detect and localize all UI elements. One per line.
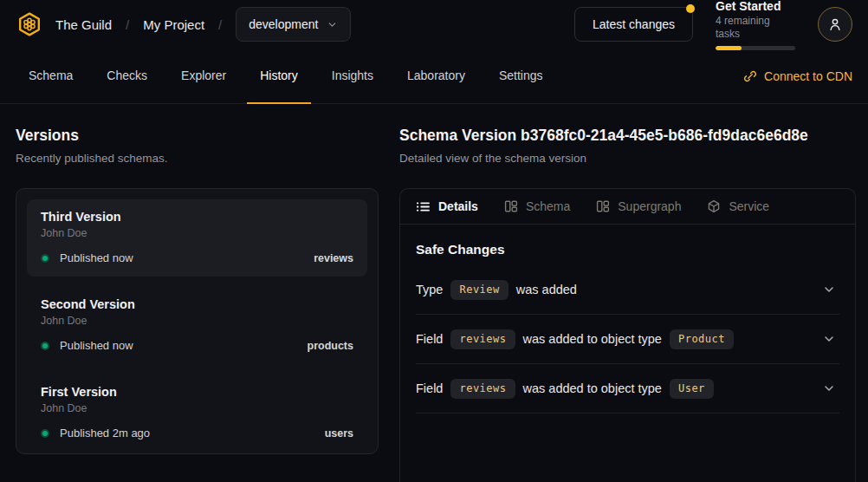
version-status: Published 2m ago xyxy=(60,427,150,440)
version-title: Third Version xyxy=(41,208,353,225)
versions-title: Versions xyxy=(16,127,379,145)
connect-cdn-link[interactable]: Connect to CDN xyxy=(743,49,852,103)
hive-logo-icon[interactable] xyxy=(16,10,43,38)
breadcrumb-project[interactable]: My Project xyxy=(143,17,204,32)
schema-version-subtitle: Detailed view of the schema version xyxy=(399,152,856,165)
details-content: Safe Changes Type Review was added Field… xyxy=(400,225,855,414)
change-type-badge: Product xyxy=(670,329,734,349)
version-service-name: products xyxy=(308,340,353,352)
get-started-title: Get Started xyxy=(716,0,795,14)
panels-icon xyxy=(504,199,518,213)
panels-icon xyxy=(596,199,610,213)
details-card: Details Schema xyxy=(399,188,856,482)
notification-dot xyxy=(686,4,695,13)
top-bar: The Guild / My Project / development Lat… xyxy=(0,0,868,49)
published-status-dot xyxy=(41,429,49,438)
get-started-widget[interactable]: Get Started 4 remaining tasks xyxy=(716,0,795,50)
versions-list: Third Version John Doe Published now rev… xyxy=(16,188,379,454)
nav-tabs: Schema Checks Explorer History Insights … xyxy=(16,49,556,103)
user-avatar[interactable] xyxy=(818,7,852,42)
person-icon xyxy=(827,16,843,32)
get-started-subtitle: 4 remaining tasks xyxy=(716,15,795,41)
versions-subtitle: Recently published schemas. xyxy=(16,152,379,165)
tab-explorer[interactable]: Explorer xyxy=(168,49,239,104)
published-status-dot xyxy=(41,342,49,350)
change-middle: was added to object type xyxy=(523,381,662,395)
change-code-badge: reviews xyxy=(450,329,515,349)
target-selector[interactable]: development xyxy=(236,7,351,42)
tab-label: Details xyxy=(438,199,478,213)
version-status: Published now xyxy=(60,251,133,264)
version-item[interactable]: Second Version John Doe Published now pr… xyxy=(27,287,367,364)
chevron-down-icon xyxy=(327,19,338,30)
change-code-badge: Review xyxy=(450,280,508,300)
version-service-name: reviews xyxy=(314,252,353,264)
latest-changes-label: Latest changes xyxy=(593,17,675,31)
version-item[interactable]: First Version John Doe Published 2m ago … xyxy=(27,375,367,452)
project-nav: Schema Checks Explorer History Insights … xyxy=(0,49,868,104)
version-title: First Version xyxy=(41,383,353,401)
versions-panel: Versions Recently published schemas. Thi… xyxy=(16,121,379,482)
latest-changes-button[interactable]: Latest changes xyxy=(574,7,693,42)
breadcrumb-separator: / xyxy=(124,17,131,32)
version-title: Second Version xyxy=(41,296,353,313)
change-prefix: Type xyxy=(416,283,443,296)
schema-version-title: Schema Version b3768fc0-21a4-45e5-b686-f… xyxy=(399,127,856,145)
breadcrumb: The Guild / My Project / development xyxy=(16,7,351,42)
breadcrumb-separator: / xyxy=(217,17,223,32)
connect-cdn-label: Connect to CDN xyxy=(764,69,852,83)
change-middle: was added xyxy=(516,283,577,296)
version-author: John Doe xyxy=(41,315,353,327)
details-tabs: Details Schema xyxy=(400,189,855,225)
tab-schema-view[interactable]: Schema xyxy=(504,199,570,213)
version-author: John Doe xyxy=(41,402,353,414)
tab-schema[interactable]: Schema xyxy=(16,49,86,104)
get-started-progress-fill xyxy=(716,46,742,50)
tab-label: Service xyxy=(729,199,769,213)
tab-checks[interactable]: Checks xyxy=(94,49,160,104)
chevron-down-icon xyxy=(822,283,836,296)
tab-insights[interactable]: Insights xyxy=(319,49,386,104)
change-type-badge: User xyxy=(670,379,714,399)
target-selector-value: development xyxy=(249,17,318,31)
change-row[interactable]: Field reviews was added to object type P… xyxy=(416,315,839,364)
change-prefix: Field xyxy=(416,332,443,346)
main-content: Versions Recently published schemas. Thi… xyxy=(0,104,868,482)
change-prefix: Field xyxy=(416,381,443,395)
tab-label: Supergraph xyxy=(618,199,681,213)
tab-history[interactable]: History xyxy=(247,49,311,104)
cube-icon xyxy=(707,199,721,213)
chevron-down-icon xyxy=(822,381,836,395)
tab-label: Schema xyxy=(526,199,570,213)
list-icon xyxy=(416,199,431,214)
version-item[interactable]: Third Version John Doe Published now rev… xyxy=(27,199,367,277)
chevron-down-icon xyxy=(822,332,836,346)
change-code-badge: reviews xyxy=(450,379,515,399)
change-row[interactable]: Type Review was added xyxy=(416,265,839,315)
top-bar-actions: Latest changes Get Started 4 remaining t… xyxy=(574,0,852,50)
change-middle: was added to object type xyxy=(523,332,662,346)
tab-laboratory[interactable]: Laboratory xyxy=(394,49,478,104)
safe-changes-title: Safe Changes xyxy=(416,242,839,257)
version-author: John Doe xyxy=(41,227,353,239)
version-status: Published now xyxy=(60,339,133,352)
tab-details[interactable]: Details xyxy=(416,199,478,214)
breadcrumb-org[interactable]: The Guild xyxy=(55,17,112,32)
change-row[interactable]: Field reviews was added to object type U… xyxy=(416,364,839,414)
version-details-panel: Schema Version b3768fc0-21a4-45e5-b686-f… xyxy=(399,121,856,482)
tab-settings[interactable]: Settings xyxy=(486,49,556,104)
version-service-name: users xyxy=(325,427,353,440)
tab-service[interactable]: Service xyxy=(707,199,769,213)
published-status-dot xyxy=(41,254,49,263)
link-icon xyxy=(743,69,757,83)
tab-supergraph[interactable]: Supergraph xyxy=(596,199,681,213)
